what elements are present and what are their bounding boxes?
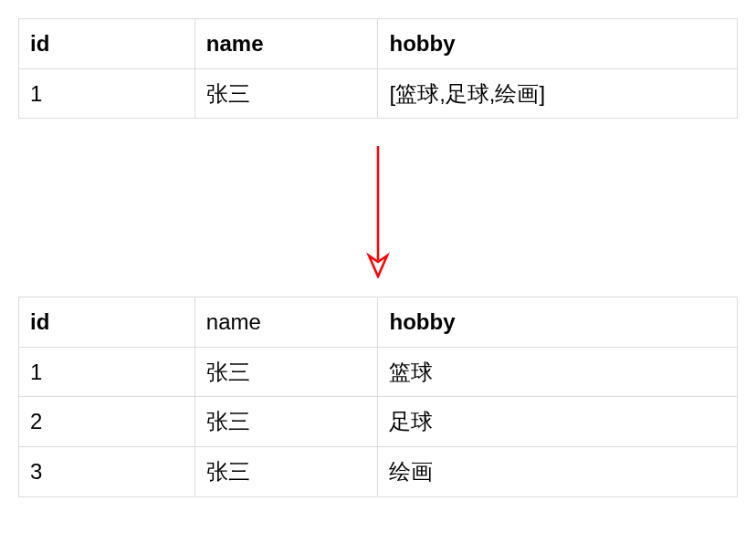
- col-header-name: name: [194, 297, 378, 348]
- cell-name: 张三: [194, 68, 378, 119]
- cell-id: 1: [19, 347, 195, 397]
- table-row: 1 张三 [篮球,足球,绘画]: [19, 68, 738, 119]
- cell-name: 张三: [194, 347, 378, 397]
- table-row: 1 张三 篮球: [19, 347, 738, 397]
- cell-id: 3: [19, 446, 195, 496]
- cell-hobby: 绘画: [378, 446, 738, 496]
- cell-id: 2: [19, 397, 195, 447]
- cell-name: 张三: [194, 397, 378, 447]
- col-header-id: id: [19, 297, 195, 348]
- cell-hobby: [篮球,足球,绘画]: [378, 68, 738, 119]
- col-header-id: id: [19, 19, 195, 69]
- table-row: 2 张三 足球: [19, 397, 738, 447]
- transform-arrow: [18, 119, 738, 297]
- arrow-down-icon: [360, 141, 396, 278]
- table-row: 3 张三 绘画: [19, 446, 738, 496]
- cell-hobby: 足球: [378, 397, 738, 447]
- result-table: id name hobby 1 张三 篮球 2 张三 足球 3 张三 绘画: [18, 297, 738, 496]
- col-header-hobby: hobby: [378, 19, 738, 69]
- cell-id: 1: [19, 68, 195, 119]
- col-header-hobby: hobby: [378, 297, 738, 348]
- diagram-wrapper: id name hobby 1 张三 [篮球,足球,绘画] id name ho…: [18, 18, 738, 497]
- table-header-row: id name hobby: [19, 19, 738, 69]
- source-table: id name hobby 1 张三 [篮球,足球,绘画]: [18, 18, 738, 119]
- cell-name: 张三: [194, 446, 378, 496]
- col-header-name: name: [194, 19, 378, 69]
- table-header-row: id name hobby: [19, 297, 738, 348]
- cell-hobby: 篮球: [378, 347, 738, 397]
